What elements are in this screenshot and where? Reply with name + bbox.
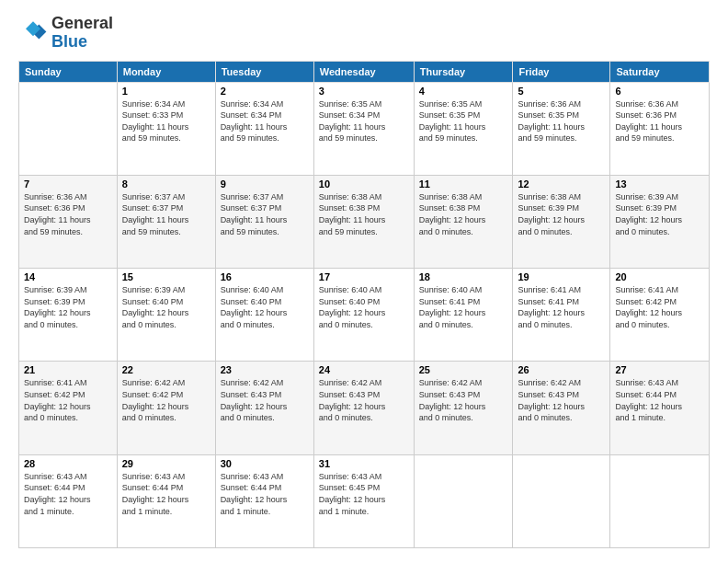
day-info: Sunrise: 6:42 AM Sunset: 6:43 PM Dayligh… (419, 377, 508, 423)
day-info: Sunrise: 6:41 AM Sunset: 6:42 PM Dayligh… (615, 284, 704, 330)
calendar-cell: 28Sunrise: 6:43 AM Sunset: 6:44 PM Dayli… (19, 454, 118, 547)
header-row: SundayMondayTuesdayWednesdayThursdayFrid… (19, 61, 710, 82)
calendar-cell: 20Sunrise: 6:41 AM Sunset: 6:42 PM Dayli… (610, 269, 710, 362)
calendar-cell: 4Sunrise: 6:35 AM Sunset: 6:35 PM Daylig… (414, 82, 513, 175)
day-info: Sunrise: 6:35 AM Sunset: 6:35 PM Dayligh… (419, 98, 508, 144)
calendar-table: SundayMondayTuesdayWednesdayThursdayFrid… (18, 61, 710, 548)
week-row-1: 1Sunrise: 6:34 AM Sunset: 6:33 PM Daylig… (19, 82, 710, 175)
day-info: Sunrise: 6:42 AM Sunset: 6:42 PM Dayligh… (122, 377, 210, 423)
day-number: 3 (319, 86, 409, 97)
day-number: 17 (319, 271, 409, 282)
day-number: 5 (518, 86, 605, 97)
day-info: Sunrise: 6:42 AM Sunset: 6:43 PM Dayligh… (221, 377, 309, 423)
day-number: 13 (615, 178, 704, 190)
day-info: Sunrise: 6:42 AM Sunset: 6:43 PM Dayligh… (319, 377, 409, 423)
day-info: Sunrise: 6:34 AM Sunset: 6:33 PM Dayligh… (122, 98, 210, 144)
day-number: 8 (122, 178, 210, 190)
day-header-saturday: Saturday (610, 61, 710, 82)
day-info: Sunrise: 6:41 AM Sunset: 6:42 PM Dayligh… (24, 377, 112, 423)
calendar-cell: 19Sunrise: 6:41 AM Sunset: 6:41 PM Dayli… (513, 269, 610, 362)
day-number: 30 (221, 458, 309, 469)
day-number: 11 (419, 178, 508, 190)
day-info: Sunrise: 6:41 AM Sunset: 6:41 PM Dayligh… (518, 284, 605, 330)
day-number: 26 (518, 364, 605, 375)
day-number: 15 (122, 271, 210, 282)
day-number: 7 (24, 178, 112, 190)
calendar-cell: 15Sunrise: 6:39 AM Sunset: 6:40 PM Dayli… (117, 269, 215, 362)
day-info: Sunrise: 6:36 AM Sunset: 6:36 PM Dayligh… (615, 98, 704, 144)
day-number: 25 (419, 364, 508, 375)
calendar-cell (19, 82, 118, 175)
calendar-cell: 22Sunrise: 6:42 AM Sunset: 6:42 PM Dayli… (117, 362, 215, 454)
calendar-cell: 31Sunrise: 6:43 AM Sunset: 6:45 PM Dayli… (313, 454, 414, 547)
day-number: 14 (24, 271, 112, 282)
day-info: Sunrise: 6:38 AM Sunset: 6:39 PM Dayligh… (518, 191, 605, 237)
logo-text-blue: Blue (51, 33, 113, 52)
day-info: Sunrise: 6:42 AM Sunset: 6:43 PM Dayligh… (518, 377, 605, 423)
day-number: 10 (319, 178, 409, 190)
day-header-sunday: Sunday (19, 61, 118, 82)
day-number: 29 (122, 458, 210, 469)
calendar-cell: 18Sunrise: 6:40 AM Sunset: 6:41 PM Dayli… (414, 269, 513, 362)
day-info: Sunrise: 6:43 AM Sunset: 6:44 PM Dayligh… (24, 471, 112, 517)
day-info: Sunrise: 6:39 AM Sunset: 6:39 PM Dayligh… (24, 284, 112, 330)
calendar-cell: 26Sunrise: 6:42 AM Sunset: 6:43 PM Dayli… (513, 362, 610, 454)
calendar-cell: 3Sunrise: 6:35 AM Sunset: 6:34 PM Daylig… (313, 82, 414, 175)
day-number: 27 (615, 364, 704, 375)
day-number: 19 (518, 271, 605, 282)
logo: General Blue (18, 15, 113, 52)
calendar-cell: 11Sunrise: 6:38 AM Sunset: 6:38 PM Dayli… (414, 175, 513, 268)
day-number: 12 (518, 178, 605, 190)
day-info: Sunrise: 6:35 AM Sunset: 6:34 PM Dayligh… (319, 98, 409, 144)
day-number: 16 (221, 271, 309, 282)
day-info: Sunrise: 6:38 AM Sunset: 6:38 PM Dayligh… (319, 191, 409, 237)
day-info: Sunrise: 6:37 AM Sunset: 6:37 PM Dayligh… (221, 191, 309, 237)
calendar-cell: 27Sunrise: 6:43 AM Sunset: 6:44 PM Dayli… (610, 362, 710, 454)
calendar-cell: 13Sunrise: 6:39 AM Sunset: 6:39 PM Dayli… (610, 175, 710, 268)
day-number: 22 (122, 364, 210, 375)
day-info: Sunrise: 6:43 AM Sunset: 6:44 PM Dayligh… (122, 471, 210, 517)
day-number: 9 (221, 178, 309, 190)
calendar-cell (414, 454, 513, 547)
day-number: 1 (122, 86, 210, 97)
day-number: 31 (319, 458, 409, 469)
day-info: Sunrise: 6:34 AM Sunset: 6:34 PM Dayligh… (221, 98, 309, 144)
day-info: Sunrise: 6:40 AM Sunset: 6:40 PM Dayligh… (221, 284, 309, 330)
calendar-cell: 8Sunrise: 6:37 AM Sunset: 6:37 PM Daylig… (117, 175, 215, 268)
day-header-wednesday: Wednesday (313, 61, 414, 82)
calendar-cell: 16Sunrise: 6:40 AM Sunset: 6:40 PM Dayli… (215, 269, 313, 362)
page: General Blue SundayMondayTuesdayWednesda… (0, 0, 728, 563)
calendar-cell: 2Sunrise: 6:34 AM Sunset: 6:34 PM Daylig… (215, 82, 313, 175)
calendar-cell: 21Sunrise: 6:41 AM Sunset: 6:42 PM Dayli… (19, 362, 118, 454)
calendar-cell: 14Sunrise: 6:39 AM Sunset: 6:39 PM Dayli… (19, 269, 118, 362)
day-info: Sunrise: 6:40 AM Sunset: 6:41 PM Dayligh… (419, 284, 508, 330)
calendar-cell: 17Sunrise: 6:40 AM Sunset: 6:40 PM Dayli… (313, 269, 414, 362)
calendar-cell: 9Sunrise: 6:37 AM Sunset: 6:37 PM Daylig… (215, 175, 313, 268)
day-number: 2 (221, 86, 309, 97)
day-number: 21 (24, 364, 112, 375)
day-number: 24 (319, 364, 409, 375)
calendar-cell (513, 454, 610, 547)
calendar-cell (610, 454, 710, 547)
day-number: 23 (221, 364, 309, 375)
logo-icon (18, 18, 48, 48)
week-row-5: 28Sunrise: 6:43 AM Sunset: 6:44 PM Dayli… (19, 454, 710, 547)
calendar-cell: 23Sunrise: 6:42 AM Sunset: 6:43 PM Dayli… (215, 362, 313, 454)
day-info: Sunrise: 6:40 AM Sunset: 6:40 PM Dayligh… (319, 284, 409, 330)
week-row-2: 7Sunrise: 6:36 AM Sunset: 6:36 PM Daylig… (19, 175, 710, 268)
day-info: Sunrise: 6:43 AM Sunset: 6:44 PM Dayligh… (221, 471, 309, 517)
day-info: Sunrise: 6:38 AM Sunset: 6:38 PM Dayligh… (419, 191, 508, 237)
week-row-3: 14Sunrise: 6:39 AM Sunset: 6:39 PM Dayli… (19, 269, 710, 362)
day-header-tuesday: Tuesday (215, 61, 313, 82)
day-info: Sunrise: 6:36 AM Sunset: 6:35 PM Dayligh… (518, 98, 605, 144)
logo-text-general: General (51, 15, 113, 33)
week-row-4: 21Sunrise: 6:41 AM Sunset: 6:42 PM Dayli… (19, 362, 710, 454)
calendar-cell: 24Sunrise: 6:42 AM Sunset: 6:43 PM Dayli… (313, 362, 414, 454)
day-info: Sunrise: 6:43 AM Sunset: 6:45 PM Dayligh… (319, 471, 409, 517)
calendar-cell: 1Sunrise: 6:34 AM Sunset: 6:33 PM Daylig… (117, 82, 215, 175)
calendar-cell: 6Sunrise: 6:36 AM Sunset: 6:36 PM Daylig… (610, 82, 710, 175)
day-number: 18 (419, 271, 508, 282)
day-info: Sunrise: 6:43 AM Sunset: 6:44 PM Dayligh… (615, 377, 704, 423)
calendar-cell: 5Sunrise: 6:36 AM Sunset: 6:35 PM Daylig… (513, 82, 610, 175)
day-number: 20 (615, 271, 704, 282)
